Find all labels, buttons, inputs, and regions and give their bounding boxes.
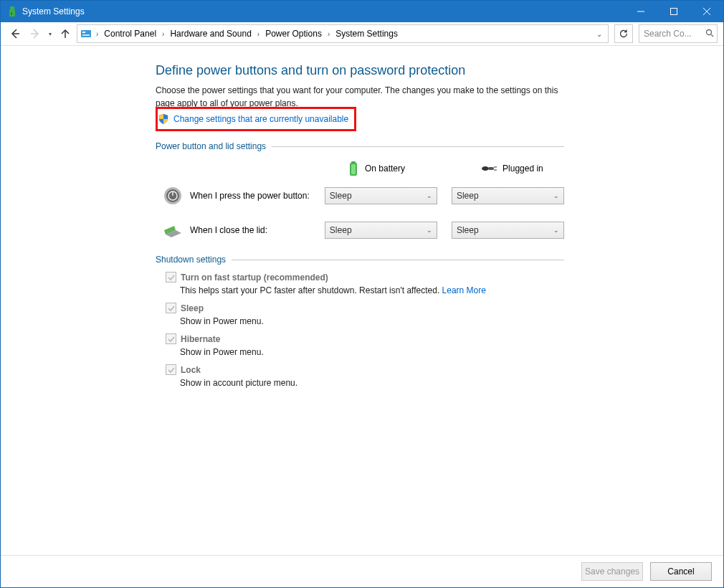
svg-point-18 — [482, 166, 489, 171]
sleep-desc: Show in Power menu. — [180, 316, 564, 326]
hibernate-desc: Show in Power menu. — [180, 347, 564, 357]
chevron-right-icon[interactable]: › — [254, 30, 262, 38]
laptop-lid-icon — [163, 220, 183, 240]
lock-desc: Show in account picture menu. — [180, 378, 564, 388]
breadcrumb-item-hardware-sound[interactable]: Hardware and Sound — [168, 27, 252, 40]
power-button-label: When I press the power button: — [190, 191, 318, 201]
search-box[interactable] — [639, 24, 718, 43]
fast-startup-desc: This helps start your PC faster after sh… — [180, 285, 564, 295]
breadcrumb-item-power-options[interactable]: Power Options — [264, 27, 323, 40]
content-area: Define power buttons and turn on passwor… — [1, 46, 723, 555]
sleep-checkbox — [166, 303, 176, 313]
breadcrumb[interactable]: › Control Panel › Hardware and Sound › P… — [77, 24, 609, 43]
battery-icon — [348, 161, 359, 176]
chevron-right-icon[interactable]: › — [325, 30, 333, 38]
plugged-in-label: Plugged in — [502, 163, 543, 174]
chevron-right-icon[interactable]: › — [93, 30, 101, 38]
svg-rect-2 — [11, 12, 12, 15]
navbar: ▾ › Control Panel › Hardware and Sound ›… — [1, 22, 723, 46]
refresh-button[interactable] — [614, 24, 633, 43]
fast-startup-item: Turn on fast startup (recommended) This … — [166, 272, 564, 295]
on-battery-label: On battery — [365, 163, 405, 174]
svg-rect-4 — [671, 9, 677, 15]
close-button[interactable] — [690, 1, 723, 22]
hibernate-item: Hibernate Show in Power menu. — [166, 333, 564, 357]
search-input[interactable] — [642, 28, 697, 39]
app-icon — [6, 6, 18, 17]
shutdown-section-title: Shutdown settings — [156, 255, 226, 265]
lock-checkbox — [166, 364, 176, 375]
chevron-down-icon: ⌄ — [427, 192, 432, 199]
chevron-down-icon: ⌄ — [427, 227, 432, 234]
breadcrumb-item-control-panel[interactable]: Control Panel — [103, 27, 158, 40]
up-button[interactable] — [57, 25, 74, 42]
sleep-item: Sleep Show in Power menu. — [166, 303, 564, 326]
svg-rect-19 — [488, 167, 494, 170]
lock-item: Lock Show in account picture menu. — [166, 364, 564, 388]
titlebar: System Settings — [1, 1, 723, 22]
svg-rect-12 — [82, 34, 90, 36]
power-button-plugged-select[interactable]: Sleep ⌄ — [452, 187, 564, 204]
close-lid-row: When I close the lid: Sleep ⌄ Sleep ⌄ — [163, 220, 564, 240]
footer: Save changes Cancel — [1, 555, 723, 587]
shutdown-section: Shutdown settings Turn on fast startup (… — [156, 255, 564, 388]
sleep-label: Sleep — [181, 303, 204, 313]
search-icon[interactable] — [705, 29, 714, 39]
back-button[interactable] — [6, 25, 24, 42]
change-settings-link[interactable]: Change settings that are currently unava… — [173, 114, 348, 124]
control-panel-icon — [80, 28, 92, 39]
close-lid-battery-select[interactable]: Sleep ⌄ — [325, 222, 437, 239]
maximize-button[interactable] — [657, 1, 690, 22]
shield-icon — [158, 113, 169, 125]
power-button-section: Power button and lid settings On battery — [156, 141, 564, 240]
power-section-title: Power button and lid settings — [156, 141, 266, 151]
change-settings-highlight: Change settings that are currently unava… — [156, 107, 356, 131]
svg-rect-0 — [10, 6, 14, 10]
learn-more-link[interactable]: Learn More — [442, 285, 486, 295]
window-title: System Settings — [22, 6, 85, 16]
breadcrumb-item-system-settings[interactable]: System Settings — [334, 27, 399, 40]
page-title: Define power buttons and turn on passwor… — [156, 63, 564, 78]
power-button-battery-select[interactable]: Sleep ⌄ — [325, 187, 437, 204]
power-button-icon — [163, 186, 183, 206]
history-dropdown[interactable]: ▾ — [47, 31, 54, 37]
forward-button[interactable] — [27, 25, 44, 42]
system-settings-window: System Settings ▾ › Control Panel — [0, 0, 724, 588]
breadcrumb-dropdown[interactable]: ⌄ — [594, 26, 605, 42]
chevron-down-icon: ⌄ — [553, 227, 559, 234]
svg-rect-17 — [351, 164, 356, 174]
power-button-row: When I press the power button: Sleep ⌄ S… — [163, 186, 564, 206]
close-lid-label: When I close the lid: — [190, 225, 318, 235]
svg-line-14 — [711, 34, 713, 37]
fast-startup-checkbox — [166, 272, 176, 283]
chevron-right-icon[interactable]: › — [159, 30, 167, 38]
hibernate-label: Hibernate — [181, 334, 220, 344]
close-lid-plugged-select[interactable]: Sleep ⌄ — [452, 222, 564, 239]
fast-startup-label: Turn on fast startup (recommended) — [181, 272, 328, 283]
intro-text-1: Choose the power settings that you want … — [156, 84, 564, 97]
minimize-button[interactable] — [624, 1, 657, 22]
save-button[interactable]: Save changes — [581, 562, 643, 581]
lock-label: Lock — [181, 365, 201, 375]
svg-point-13 — [707, 29, 712, 34]
hibernate-checkbox — [166, 333, 176, 344]
svg-rect-10 — [81, 30, 91, 37]
plug-icon — [481, 164, 497, 173]
cancel-button[interactable]: Cancel — [650, 562, 712, 581]
power-columns-header: On battery Plugged in — [156, 158, 564, 179]
svg-rect-11 — [82, 32, 85, 33]
chevron-down-icon: ⌄ — [553, 192, 559, 199]
